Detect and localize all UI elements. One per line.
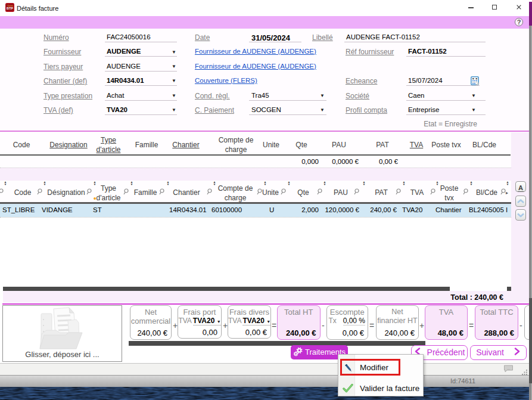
- svg-text:...: ...: [507, 367, 510, 370]
- svg-text:Optim: Optim: [7, 5, 13, 7]
